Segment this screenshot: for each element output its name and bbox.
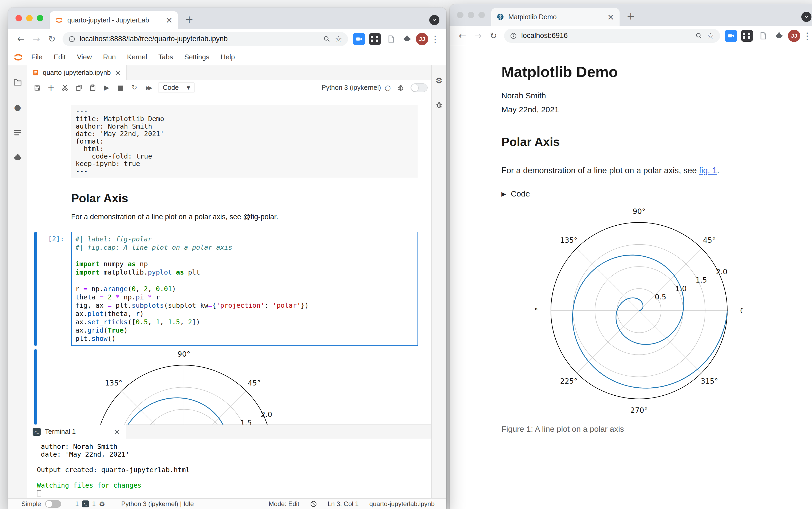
- tab-strip: Matplotlib Demo × +: [450, 4, 812, 26]
- profile-avatar[interactable]: JJ: [416, 33, 428, 45]
- close-window-button[interactable]: [457, 12, 463, 18]
- execution-count: [2]:: [37, 232, 67, 346]
- toolbar-toggle[interactable]: [411, 83, 428, 92]
- close-window-button[interactable]: [15, 15, 22, 22]
- stop-kernel-button[interactable]: ■: [114, 82, 127, 94]
- bug-icon[interactable]: [394, 82, 407, 94]
- cell-collapser[interactable]: [34, 192, 37, 221]
- extension-manager-icon[interactable]: [13, 153, 22, 162]
- menu-edit[interactable]: Edit: [48, 53, 71, 61]
- page-extension-icon[interactable]: [756, 29, 770, 43]
- kernel-name[interactable]: Python 3 (ipykernel): [322, 84, 381, 92]
- browser-tab[interactable]: quarto-jupyterl - JupyterLab ×: [50, 11, 178, 29]
- reload-button[interactable]: ↻: [45, 32, 59, 46]
- profile-avatar[interactable]: JJ: [788, 30, 800, 42]
- kernel-status-text[interactable]: Python 3 (ipykernel) | Idle: [121, 500, 194, 508]
- terminal-panel[interactable]: author: Norah Smith date: 'May 22nd, 202…: [27, 439, 431, 498]
- dark-extension-icon[interactable]: [368, 32, 382, 46]
- extensions-puzzle-icon[interactable]: [400, 32, 414, 46]
- matplotlib-favicon: [497, 13, 504, 21]
- minimize-window-button[interactable]: [26, 15, 33, 22]
- figure-link[interactable]: fig. 1: [699, 166, 717, 175]
- address-bar[interactable]: localhost:8888/lab/tree/quarto-jupyterla…: [63, 32, 348, 46]
- zoom-icon[interactable]: [323, 35, 331, 43]
- status-bar: Simple 1 >_ 1 ⚙ Python 3 (ipykernel) | I…: [8, 498, 446, 509]
- bookmark-star-icon[interactable]: ☆: [335, 34, 342, 43]
- site-info-icon[interactable]: [68, 36, 75, 42]
- property-inspector-icon[interactable]: ⚙: [435, 76, 443, 85]
- close-terminal-tab-icon[interactable]: ×: [113, 428, 120, 436]
- notebook-tab[interactable]: quarto-jupyterlab.ipynb ×: [27, 65, 127, 80]
- tab-search-button[interactable]: [429, 15, 439, 25]
- bookmark-star-icon[interactable]: ☆: [707, 31, 714, 40]
- code-fold-toggle[interactable]: ▶ Code: [501, 189, 776, 198]
- debugger-bug-icon[interactable]: [435, 101, 443, 109]
- mode-indicator[interactable]: Mode: Edit: [269, 500, 299, 508]
- browser-tab[interactable]: Matplotlib Demo ×: [491, 8, 620, 26]
- window-controls: [15, 15, 43, 22]
- notebook-content[interactable]: ---title: Matplotlib Demoauthor: Norah S…: [27, 95, 431, 425]
- sessions-summary[interactable]: 1 >_ 1 ⚙: [75, 500, 105, 508]
- menu-settings[interactable]: Settings: [179, 53, 215, 61]
- tab-title: Matplotlib Demo: [508, 13, 603, 21]
- menu-file[interactable]: File: [26, 53, 48, 61]
- fullscreen-window-button[interactable]: [479, 12, 485, 18]
- restart-kernel-button[interactable]: ↻: [128, 82, 141, 94]
- minimize-window-button[interactable]: [468, 12, 474, 18]
- extensions-puzzle-icon[interactable]: [772, 29, 786, 43]
- video-call-extension-icon[interactable]: [352, 32, 366, 46]
- table-of-contents-icon[interactable]: [13, 128, 22, 137]
- cell-type-dropdown[interactable]: Code ▾: [158, 82, 195, 93]
- file-browser-icon[interactable]: [13, 77, 22, 87]
- close-tab-icon[interactable]: ×: [607, 12, 614, 21]
- back-button[interactable]: ←: [14, 32, 28, 46]
- paste-cell-button[interactable]: [86, 82, 99, 94]
- raw-cell-editor[interactable]: ---title: Matplotlib Demoauthor: Norah S…: [71, 105, 418, 178]
- page-extension-icon[interactable]: [384, 32, 398, 46]
- back-button[interactable]: ←: [455, 29, 469, 43]
- polar-figure: 0°45°90°135°180°225°270°315°0.51.01.52.0: [501, 206, 777, 415]
- fullscreen-window-button[interactable]: [37, 15, 43, 22]
- close-tab-icon[interactable]: ×: [166, 16, 173, 24]
- cell-collapser[interactable]: [34, 232, 37, 346]
- add-cell-button[interactable]: +: [45, 82, 57, 94]
- browser-menu-button[interactable]: ⋮: [430, 34, 440, 44]
- output-collapser[interactable]: [34, 349, 37, 425]
- cell-collapser[interactable]: [34, 105, 37, 178]
- menu-kernel[interactable]: Kernel: [121, 53, 153, 61]
- cursor-position[interactable]: Ln 3, Col 1: [328, 500, 359, 508]
- close-notebook-tab-icon[interactable]: ×: [114, 68, 121, 77]
- cut-cell-button[interactable]: [59, 82, 71, 94]
- code-editor[interactable]: #| label: fig-polar#| fig.cap: A line pl…: [71, 232, 418, 346]
- site-info-icon[interactable]: [510, 32, 517, 39]
- new-tab-button[interactable]: +: [183, 13, 195, 25]
- notifications-icon[interactable]: [310, 501, 317, 507]
- terminals-count: 1: [75, 500, 79, 508]
- restart-run-all-button[interactable]: ▶▶: [142, 82, 154, 94]
- terminal-output: author: Norah Smith date: 'May 22nd, 202…: [37, 443, 431, 489]
- video-call-extension-icon[interactable]: [724, 29, 738, 43]
- notebook-toolbar: + ▶ ■ ↻ ▶▶ Code ▾ Python 3 (ipykern: [27, 80, 431, 95]
- cell-type-value: Code: [163, 84, 179, 92]
- menu-run[interactable]: Run: [98, 53, 121, 61]
- save-button[interactable]: [31, 82, 43, 94]
- forward-button[interactable]: →: [29, 32, 43, 46]
- menu-tabs[interactable]: Tabs: [153, 53, 179, 61]
- browser-menu-button[interactable]: ⋮: [802, 31, 812, 41]
- forward-button[interactable]: →: [471, 29, 485, 43]
- markdown-cell: Polar Axis For a demonstration of a line…: [27, 192, 418, 221]
- paragraph-text: For a demonstration of a line plot on a …: [501, 166, 699, 175]
- tab-search-button[interactable]: [801, 12, 811, 22]
- terminal-tab[interactable]: >_ Terminal 1 ×: [27, 425, 126, 439]
- zoom-icon[interactable]: [695, 32, 703, 40]
- address-bar[interactable]: localhost:6916 ☆: [504, 29, 720, 43]
- dark-extension-icon[interactable]: [740, 29, 754, 43]
- new-tab-button[interactable]: +: [625, 10, 637, 22]
- copy-cell-button[interactable]: [73, 82, 85, 94]
- menu-view[interactable]: View: [71, 53, 98, 61]
- reload-button[interactable]: ↻: [487, 29, 500, 43]
- running-kernels-icon[interactable]: ●: [14, 103, 21, 112]
- simple-mode-toggle[interactable]: [45, 500, 61, 508]
- menu-help[interactable]: Help: [215, 53, 240, 61]
- run-cell-button[interactable]: ▶: [101, 82, 113, 94]
